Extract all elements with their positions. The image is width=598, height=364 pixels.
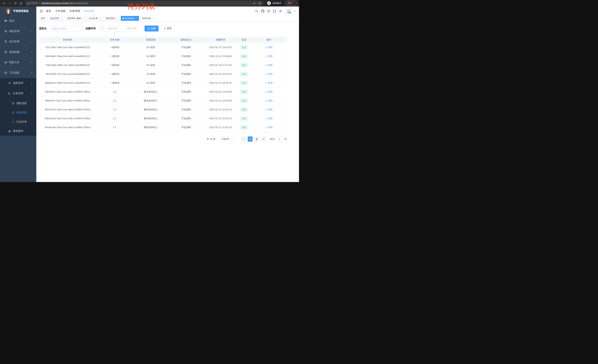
help-icon[interactable]	[266, 8, 272, 14]
select-caret-icon	[231, 138, 233, 140]
bookmark-star-icon[interactable]	[258, 2, 261, 5]
approve-button[interactable]: 审批	[265, 64, 273, 67]
approve-button[interactable]: 审批	[265, 90, 273, 94]
cell-process: 测试多审批人	[133, 123, 169, 132]
font-size-icon[interactable]: tT	[277, 8, 283, 14]
cell-action: 审批	[251, 105, 287, 114]
sidebar-item-label: 研发工具	[9, 61, 31, 64]
breadcrumb-item[interactable]: 工作流程	[55, 9, 66, 13]
tab-发起流程[interactable]: 发起流程×	[48, 16, 64, 21]
approve-button[interactable]: 审批	[265, 126, 273, 129]
url-path[interactable]: /bpm/task/todo	[72, 2, 88, 5]
pagination: 共 16 条 10条/页 12 前往 页	[39, 137, 287, 142]
process-name-input[interactable]	[50, 25, 82, 32]
incognito-badge[interactable]: 无痕模式	[266, 1, 284, 6]
tab-流程表单-编辑[interactable]: 流程表单-编辑×	[65, 16, 86, 21]
sidebar-item-leave-query[interactable]: 请假查询	[0, 126, 36, 136]
tab-close-icon[interactable]: ×	[82, 17, 84, 19]
search-button[interactable]: 搜索	[144, 25, 158, 32]
sidebar-item-done-task[interactable]: 已办任务	[0, 117, 36, 126]
page-button-2[interactable]: 2	[254, 137, 259, 142]
page-size-select[interactable]: 10条/页	[218, 137, 236, 142]
approve-button[interactable]: 审批	[265, 55, 273, 58]
cell-initiator: 芋道源码	[169, 96, 204, 105]
approve-label: 审批	[268, 90, 273, 94]
url-host[interactable]: dashboard.yudao.iocoder.cn	[42, 2, 72, 5]
end-date-placeholder[interactable]: 结束日期	[123, 27, 140, 30]
cell-id: 75d72608-7b7f-11ec-a3c8-acde48001122	[39, 70, 96, 78]
update-button[interactable]: 更新	[285, 1, 297, 6]
goto-page-input[interactable]	[276, 137, 283, 142]
security-label[interactable]: 不安全	[31, 2, 38, 5]
breadcrumb-item[interactable]: 任务管理	[70, 9, 80, 13]
app-logo[interactable]: 芋道管理系统	[0, 7, 36, 16]
tab-close-icon[interactable]: ×	[116, 17, 118, 19]
sidebar-item-payment[interactable]: ¥支付管理	[0, 36, 36, 47]
sidebar-item-system[interactable]: 系统管理	[0, 26, 36, 36]
tab-流程详情[interactable]: 流程详情×	[140, 16, 156, 21]
cell-id: 381aa1dd-7ac8-11ec-a9e2-a2380e71991a	[39, 123, 96, 132]
tab-close-icon[interactable]: ×	[152, 17, 154, 19]
yen-icon: ¥	[4, 40, 8, 43]
cell-name: 一级审批	[96, 79, 133, 87]
forward-icon[interactable]	[8, 1, 12, 6]
sidebar-item-infra[interactable]: 基础设施	[0, 47, 36, 57]
fullscreen-icon[interactable]	[272, 8, 277, 14]
cell-id: 8f0d1619-7ac8-11ec-a9e2-a2380e71991a	[39, 87, 96, 96]
page-button-1[interactable]: 1	[248, 137, 252, 142]
reset-button[interactable]: 重置	[161, 25, 175, 32]
start-date-placeholder[interactable]: 开始日期	[104, 27, 121, 30]
table-body: 73211d9d-7b9b-11ec-b5b7-acde48001122一级审批…	[39, 43, 287, 132]
tab-close-icon[interactable]: ×	[60, 17, 62, 19]
url-bar[interactable]: 不安全 dashboard.yudao.iocoder.cn /bpm/task…	[25, 1, 263, 6]
github-icon[interactable]	[260, 8, 266, 14]
prev-page-button[interactable]	[241, 137, 246, 142]
cell-id: 069c6a63-7b8a-11ec-8ef0-acde48001122	[39, 52, 96, 61]
sidebar-item-process-mgmt[interactable]: 流程管理	[0, 78, 36, 88]
not-secure-warning-icon[interactable]	[27, 2, 30, 4]
cell-created: 2022-01-21 22:43:55	[204, 96, 237, 105]
approve-label: 审批	[268, 99, 273, 102]
tab-首页[interactable]: 首页	[39, 16, 47, 21]
sidebar-item-devtools[interactable]: 研发工具	[0, 57, 36, 68]
home-icon[interactable]	[18, 1, 23, 6]
approve-button[interactable]: 审批	[265, 99, 273, 102]
status-badge: 激活	[240, 72, 248, 76]
sidebar-item-label: 已办任务	[17, 120, 36, 123]
tab-待办任务[interactable]: 待办任务×	[121, 16, 139, 21]
sidebar-item-workflow[interactable]: 工作流程	[0, 68, 36, 78]
app-title: 芋道管理系统	[13, 9, 29, 13]
approve-button[interactable]: 审批	[265, 81, 273, 85]
next-page-button[interactable]	[261, 137, 266, 142]
avatar[interactable]	[285, 8, 293, 15]
browser-menu-dots-icon[interactable]	[293, 2, 295, 4]
approve-button[interactable]: 审批	[265, 117, 273, 120]
reload-icon[interactable]	[13, 1, 18, 6]
sidebar-item-home[interactable]: 首页	[0, 16, 36, 26]
back-icon[interactable]	[2, 1, 7, 6]
pen-icon	[265, 73, 267, 75]
breadcrumb-item[interactable]: 首页	[46, 9, 51, 13]
tab-close-icon[interactable]: ×	[135, 17, 137, 19]
chevron-down-icon	[31, 30, 33, 32]
cell-status: 激活	[237, 61, 251, 69]
approve-button[interactable]: 审批	[265, 73, 273, 76]
approve-button[interactable]: 审批	[265, 108, 273, 111]
password-key-icon[interactable]	[253, 2, 256, 5]
sidebar-item-task-mgmt[interactable]: 任务管理	[0, 88, 36, 99]
cell-status: 激活	[237, 105, 251, 114]
sidebar-item-todo-task[interactable]: 待办任务	[0, 108, 36, 117]
sidebar-item-my-process[interactable]: 我的流程	[0, 99, 36, 108]
cell-process: 测试多审批人	[133, 96, 169, 105]
search-icon[interactable]	[254, 8, 260, 14]
approve-button[interactable]: 审批	[265, 46, 273, 49]
avatar-caret-down-icon[interactable]	[294, 10, 296, 12]
pen-icon	[265, 55, 267, 57]
collapse-sidebar-icon[interactable]	[39, 9, 43, 13]
tab-我的流程[interactable]: 我的流程×	[104, 16, 120, 21]
gear-icon	[4, 30, 8, 33]
date-range-picker[interactable]: 开始日期 - 结束日期	[99, 25, 142, 32]
cell-created: 2022-01-22 21:37:30	[204, 61, 237, 69]
tab-close-icon[interactable]: ×	[99, 17, 101, 19]
tab-已办任务[interactable]: 已办任务×	[87, 16, 103, 21]
